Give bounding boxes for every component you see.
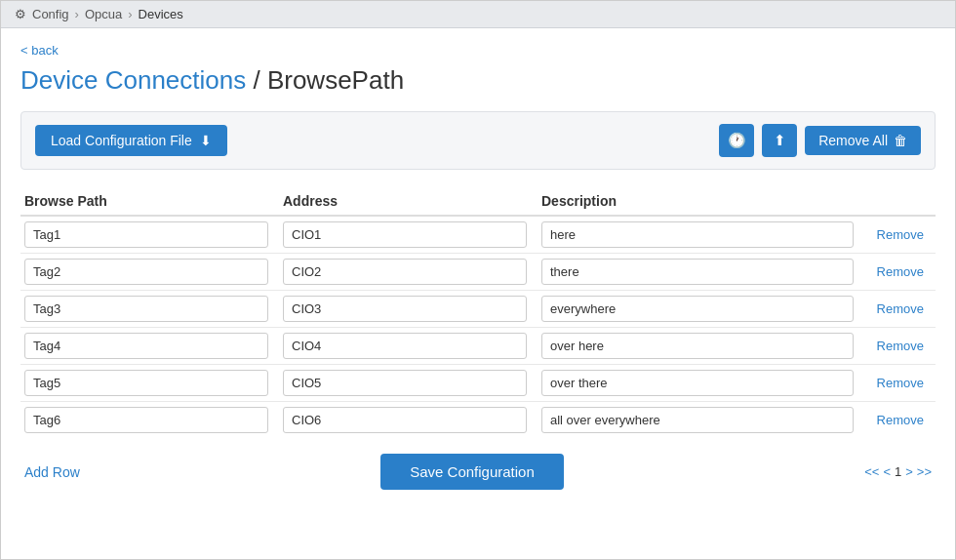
breadcrumb-config[interactable]: Config — [32, 7, 69, 21]
cell-remove-1: Remove — [854, 264, 932, 279]
cell-remove-2: Remove — [854, 301, 932, 316]
description-input-1[interactable] — [541, 259, 854, 285]
add-row-link[interactable]: Add Row — [24, 464, 80, 480]
trash-icon: 🗑 — [894, 133, 907, 148]
browse-path-input-2[interactable] — [24, 296, 268, 322]
cell-description-1 — [541, 259, 854, 285]
cell-browse-path-3 — [24, 333, 283, 359]
page-title-suffix: BrowsePath — [267, 65, 404, 95]
load-config-button[interactable]: Load Configuration File ⬇ — [35, 125, 227, 156]
address-input-3[interactable] — [283, 333, 527, 359]
remove-link-4[interactable]: Remove — [877, 376, 924, 390]
pagination: << < 1 > >> — [864, 464, 932, 479]
toolbar-left: Load Configuration File ⬇ — [35, 125, 227, 156]
pagination-last[interactable]: >> — [917, 464, 932, 479]
table-row: Remove — [20, 217, 936, 254]
page-title-sep: / — [246, 65, 267, 95]
address-input-1[interactable] — [283, 259, 527, 285]
table-row: Remove — [20, 328, 936, 365]
cell-address-3 — [283, 333, 541, 359]
cell-description-3 — [541, 333, 854, 359]
cell-remove-3: Remove — [854, 339, 932, 353]
description-input-5[interactable] — [541, 407, 854, 433]
load-config-label: Load Configuration File — [51, 133, 192, 148]
col-header-actions — [854, 193, 932, 209]
cell-browse-path-5 — [24, 407, 283, 433]
remove-link-5[interactable]: Remove — [877, 413, 924, 427]
cell-address-4 — [283, 370, 541, 396]
remove-link-2[interactable]: Remove — [877, 301, 924, 316]
address-input-5[interactable] — [283, 407, 527, 433]
browse-path-input-4[interactable] — [24, 370, 268, 396]
pagination-first[interactable]: << — [864, 464, 879, 479]
browse-path-input-1[interactable] — [24, 259, 268, 285]
address-input-0[interactable] — [283, 221, 527, 248]
history-icon: 🕐 — [728, 132, 746, 149]
table-rows: Remove Remove — [20, 217, 936, 438]
cell-address-2 — [283, 296, 541, 322]
cell-address-5 — [283, 407, 541, 433]
breadcrumb-devices: Devices — [139, 7, 183, 21]
cell-address-0 — [283, 221, 541, 248]
remove-all-label: Remove All — [818, 133, 888, 148]
description-input-2[interactable] — [541, 296, 854, 322]
description-input-4[interactable] — [541, 370, 854, 396]
upload-button[interactable]: ⬆ — [762, 124, 797, 157]
address-input-2[interactable] — [283, 296, 527, 322]
browse-path-input-0[interactable] — [24, 221, 268, 248]
description-input-0[interactable] — [541, 221, 854, 248]
col-header-address: Address — [283, 193, 541, 209]
cell-description-4 — [541, 370, 854, 396]
back-link[interactable]: < back — [20, 43, 59, 58]
breadcrumb-sep-2: › — [128, 7, 132, 21]
gear-icon: ⚙ — [15, 7, 26, 21]
pagination-prev[interactable]: < — [883, 464, 891, 479]
address-input-4[interactable] — [283, 370, 527, 396]
breadcrumb-opcua[interactable]: Opcua — [85, 7, 122, 21]
load-icon: ⬇ — [200, 133, 212, 148]
browse-path-input-3[interactable] — [24, 333, 268, 359]
cell-description-2 — [541, 296, 854, 322]
app-wrapper: ⚙ Config › Opcua › Devices < back Device… — [0, 0, 956, 560]
cell-browse-path-0 — [24, 221, 283, 248]
cell-description-0 — [541, 221, 854, 248]
main-content: < back Device Connections / BrowsePath L… — [1, 28, 955, 559]
page-title: Device Connections / BrowsePath — [20, 65, 936, 96]
breadcrumb-sep-1: › — [75, 7, 79, 21]
toolbar: Load Configuration File ⬇ 🕐 ⬆ Remove All… — [20, 111, 936, 170]
breadcrumb-bar: ⚙ Config › Opcua › Devices — [1, 1, 955, 28]
pagination-next[interactable]: > — [905, 464, 913, 479]
cell-remove-0: Remove — [854, 227, 932, 242]
col-header-browse-path: Browse Path — [24, 193, 283, 209]
cell-browse-path-1 — [24, 259, 283, 285]
table-row: Remove — [20, 402, 936, 438]
save-config-button[interactable]: Save Configuration — [380, 454, 564, 490]
remove-link-0[interactable]: Remove — [877, 227, 924, 242]
toolbar-right: 🕐 ⬆ Remove All 🗑 — [719, 124, 921, 157]
browse-path-input-5[interactable] — [24, 407, 268, 433]
footer-row: Add Row Save Configuration << < 1 > >> — [20, 454, 936, 490]
cell-browse-path-4 — [24, 370, 283, 396]
upload-icon: ⬆ — [774, 132, 786, 149]
remove-link-1[interactable]: Remove — [877, 264, 924, 279]
table-row: Remove — [20, 254, 936, 291]
table-section: Browse Path Address Description Remove — [20, 187, 936, 438]
cell-remove-5: Remove — [854, 413, 932, 427]
cell-remove-4: Remove — [854, 376, 932, 390]
table-header: Browse Path Address Description — [20, 187, 936, 217]
history-button[interactable]: 🕐 — [719, 124, 754, 157]
cell-description-5 — [541, 407, 854, 433]
remove-link-3[interactable]: Remove — [877, 339, 924, 353]
pagination-current: 1 — [895, 464, 901, 479]
col-header-description: Description — [541, 193, 854, 209]
cell-browse-path-2 — [24, 296, 283, 322]
cell-address-1 — [283, 259, 541, 285]
table-row: Remove — [20, 365, 936, 402]
description-input-3[interactable] — [541, 333, 854, 359]
table-row: Remove — [20, 291, 936, 328]
remove-all-button[interactable]: Remove All 🗑 — [805, 126, 921, 155]
page-title-main: Device Connections — [20, 65, 246, 95]
